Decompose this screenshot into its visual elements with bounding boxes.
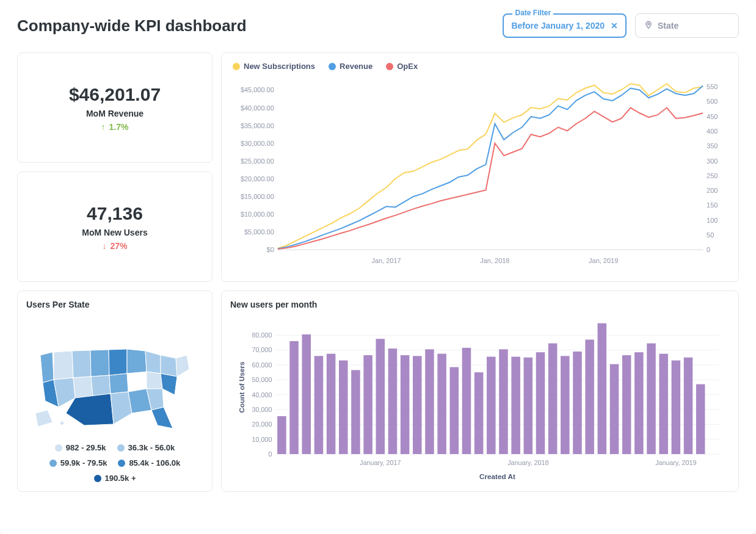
svg-rect-66 xyxy=(524,358,533,454)
svg-text:0: 0 xyxy=(268,450,272,458)
legend-item[interactable]: OpEx xyxy=(386,62,418,71)
svg-rect-52 xyxy=(351,370,360,454)
kpi-users-delta: ↓ 27% xyxy=(102,241,127,251)
svg-text:300: 300 xyxy=(707,157,718,165)
svg-text:450: 450 xyxy=(707,113,718,120)
svg-text:Jan, 2019: Jan, 2019 xyxy=(589,257,618,264)
svg-point-0 xyxy=(648,23,650,24)
svg-rect-56 xyxy=(401,355,410,454)
svg-text:$45,000.00: $45,000.00 xyxy=(241,86,274,93)
svg-text:Created At: Created At xyxy=(479,472,515,480)
date-filter-legend: Date Filter xyxy=(512,9,553,17)
svg-text:250: 250 xyxy=(707,172,718,179)
map-title: Users Per State xyxy=(26,300,203,309)
kpi-revenue-value: $46,201.07 xyxy=(69,84,161,105)
kpi-users-card[interactable]: 47,136 MoM New Users ↓ 27% xyxy=(17,171,213,282)
svg-rect-76 xyxy=(647,344,656,454)
map-legend: 982 - 29.5k36.3k - 56.0k59.9k - 79.5k85.… xyxy=(26,443,203,483)
date-filter[interactable]: Date Filter Before January 1, 2020 ✕ xyxy=(503,13,627,38)
bar-chart: 010,00020,00030,00040,00050,00060,00070,… xyxy=(230,316,730,483)
svg-text:50,000: 50,000 xyxy=(252,376,272,383)
legend-item[interactable]: Revenue xyxy=(329,62,373,71)
line-chart: $0$5,000.00$10,000.00$15,000.00$20,000.0… xyxy=(230,73,730,268)
svg-rect-48 xyxy=(302,334,311,454)
svg-rect-69 xyxy=(561,356,570,454)
svg-text:60,000: 60,000 xyxy=(252,361,272,369)
svg-text:150: 150 xyxy=(707,201,718,209)
line-chart-legend: New SubscriptionsRevenueOpEx xyxy=(230,62,730,71)
line-chart-card[interactable]: New SubscriptionsRevenueOpEx $0$5,000.00… xyxy=(221,52,739,282)
legend-dot-icon xyxy=(117,444,125,452)
svg-text:$15,000.00: $15,000.00 xyxy=(241,193,274,200)
svg-text:80,000: 80,000 xyxy=(252,331,272,339)
svg-rect-63 xyxy=(487,356,496,454)
close-icon[interactable]: ✕ xyxy=(611,21,618,31)
legend-dot-icon xyxy=(233,63,240,70)
svg-text:Jan, 2017: Jan, 2017 xyxy=(371,257,401,264)
svg-text:550: 550 xyxy=(707,83,718,90)
svg-text:Jan, 2018: Jan, 2018 xyxy=(480,257,509,264)
arrow-up-icon: ↑ xyxy=(101,122,106,132)
kpi-revenue-delta: ↑ 1.7% xyxy=(101,122,129,132)
svg-rect-65 xyxy=(511,356,520,454)
legend-item[interactable]: New Subscriptions xyxy=(233,62,315,71)
svg-text:100: 100 xyxy=(707,217,718,224)
svg-rect-60 xyxy=(450,367,459,454)
legend-dot-icon xyxy=(118,460,125,467)
svg-text:$35,000.00: $35,000.00 xyxy=(241,122,274,129)
legend-dot-icon xyxy=(386,63,393,70)
svg-rect-75 xyxy=(634,352,644,454)
svg-rect-74 xyxy=(622,355,631,454)
svg-rect-70 xyxy=(573,352,582,454)
svg-text:400: 400 xyxy=(707,128,718,135)
legend-dot-icon xyxy=(94,475,101,482)
svg-rect-67 xyxy=(536,352,545,454)
svg-rect-79 xyxy=(684,358,693,454)
map-legend-item: 982 - 29.5k xyxy=(55,443,106,452)
svg-rect-58 xyxy=(425,349,434,454)
svg-rect-54 xyxy=(376,339,385,454)
svg-rect-49 xyxy=(314,356,324,454)
svg-rect-61 xyxy=(462,348,471,454)
svg-rect-80 xyxy=(696,384,705,454)
state-filter-placeholder: State xyxy=(658,21,678,31)
svg-text:350: 350 xyxy=(707,142,718,150)
map-legend-item: 36.3k - 56.0k xyxy=(117,443,175,452)
svg-text:$25,000.00: $25,000.00 xyxy=(241,157,274,165)
svg-rect-51 xyxy=(339,361,348,454)
svg-rect-71 xyxy=(585,339,594,454)
legend-dot-icon xyxy=(329,63,336,70)
us-map xyxy=(29,322,200,431)
svg-text:50: 50 xyxy=(707,231,714,239)
svg-rect-59 xyxy=(437,354,446,454)
kpi-revenue-label: MoM Revenue xyxy=(86,109,144,118)
svg-text:$0: $0 xyxy=(267,246,274,253)
map-legend-item: 59.9k - 79.5k xyxy=(49,458,107,467)
svg-text:Count of Users: Count of Users xyxy=(238,361,245,413)
svg-text:70,000: 70,000 xyxy=(252,346,272,353)
bar-chart-card[interactable]: New users per month 010,00020,00030,0004… xyxy=(221,290,739,492)
svg-text:January, 2017: January, 2017 xyxy=(360,459,401,466)
svg-rect-77 xyxy=(659,354,668,454)
state-filter[interactable]: State xyxy=(635,13,739,38)
svg-rect-46 xyxy=(277,416,286,454)
svg-rect-68 xyxy=(548,344,558,454)
map-card[interactable]: Users Per State xyxy=(17,290,213,492)
bar-chart-title: New users per month xyxy=(230,300,730,309)
svg-text:30,000: 30,000 xyxy=(252,406,272,413)
svg-text:January, 2019: January, 2019 xyxy=(655,459,696,466)
svg-text:January, 2018: January, 2018 xyxy=(507,459,548,466)
map-legend-item: 190.5k + xyxy=(94,474,136,483)
svg-text:40,000: 40,000 xyxy=(252,391,272,399)
svg-rect-55 xyxy=(388,348,398,454)
kpi-users-value: 47,136 xyxy=(87,203,143,224)
svg-rect-62 xyxy=(474,372,484,454)
svg-text:500: 500 xyxy=(707,98,718,105)
svg-rect-57 xyxy=(413,356,422,454)
svg-text:0: 0 xyxy=(707,246,710,253)
kpi-revenue-card[interactable]: $46,201.07 MoM Revenue ↑ 1.7% xyxy=(17,52,213,163)
map-legend-item: 85.4k - 106.0k xyxy=(118,458,180,467)
legend-dot-icon xyxy=(55,444,62,452)
legend-dot-icon xyxy=(49,460,57,467)
svg-rect-73 xyxy=(610,364,619,454)
